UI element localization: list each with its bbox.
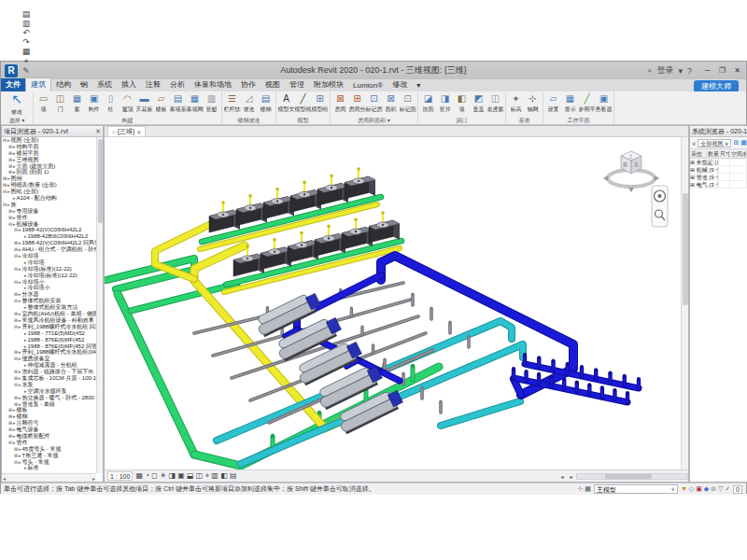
ribbon-button-4-2[interactable]: ⊡标记房间 xyxy=(366,92,382,114)
view-control-icons[interactable]: ▦ ◔ ◻ ☀ ◨ ▣ ⬓ ◫ ⌖ ▥ ◧ ▤ xyxy=(135,471,236,481)
project-browser-scrollbar[interactable] xyxy=(96,137,103,473)
system-browser-header[interactable]: 系统浏览器 - 020-1.rvt ✕ xyxy=(690,126,747,137)
signin-label[interactable]: 登录 xyxy=(656,64,673,77)
close-icon[interactable]: ✕ xyxy=(95,128,101,135)
tree-item[interactable]: ⊞▸泡利器 - 链路接合 - 下层下出 xyxy=(2,369,96,375)
restore-button[interactable]: ❐ xyxy=(715,64,729,77)
workset-icons[interactable]: ⊹ ▦ xyxy=(577,485,590,493)
ribbon-button-1-9[interactable]: ▦幕墙网格 xyxy=(187,92,203,114)
ribbon-button-5-3[interactable]: ◩垂直 xyxy=(471,92,486,114)
tree-item[interactable]: ⊞▸AHU - 组合式 - 空调机组 - 卧式 - 轴流 - 2000 - 10 xyxy=(2,246,96,253)
ribbon-button-1-7[interactable]: ▱楼板 xyxy=(153,92,169,114)
sb-row[interactable]: ⊞ 电气 (3 个系统) xyxy=(690,181,747,189)
tree-item[interactable]: ⊞▸管道泵 - 单级 xyxy=(2,401,96,408)
tree-item[interactable]: ⊞▸管件 xyxy=(2,215,96,221)
ribbon-button-1-5[interactable]: ◠屋顶 xyxy=(120,92,135,114)
canvas-vscrollbar[interactable] xyxy=(681,137,688,469)
ribbon-button-1-8[interactable]: ▤幕墙系统 xyxy=(170,92,186,114)
close-button[interactable]: ✕ xyxy=(730,64,744,77)
ribbon-button-4-1[interactable]: ⊞房间分隔 xyxy=(349,92,365,114)
ribbon-button-0-0[interactable]: ↖修改 xyxy=(3,92,31,117)
tree-item[interactable]: ▸1988 - 876E(6)MF(452 xyxy=(2,337,96,343)
tree-item[interactable]: ⊟▸弯头 - 常规 xyxy=(2,459,96,466)
ribbon-button-3-1[interactable]: ╱模型线 xyxy=(295,92,311,114)
ribbon-button-6-1[interactable]: ⊹轴网 xyxy=(525,92,541,114)
close-icon[interactable]: ✕ xyxy=(136,129,141,135)
sb-column-2[interactable]: 尺寸 xyxy=(719,149,730,158)
tree-item[interactable]: ⊞▸专用设备 xyxy=(2,208,96,215)
tree-item[interactable]: ⊞▸电缆桥架配件 xyxy=(2,433,96,440)
ribbon-button-5-2[interactable]: ◧墙 xyxy=(454,92,470,114)
tree-item[interactable]: ⊞▸剖面 (剖面 1) xyxy=(2,169,96,175)
autofit-icon[interactable]: ⊞ xyxy=(733,139,739,147)
ribbon-tab-7[interactable]: 分析 xyxy=(165,78,190,91)
tree-item[interactable]: ⊟▸冷却塔 xyxy=(2,253,96,259)
ribbon-tab-0[interactable]: 文件 xyxy=(1,78,25,91)
tree-item[interactable]: ⊟▸1988-42(V)C09\6H42L2 xyxy=(2,227,96,233)
tree-item[interactable]: ⊟▸视图 (全部) xyxy=(2,137,96,144)
tree-item[interactable]: ▸1988 - 771E(5)MD(452 xyxy=(2,330,96,337)
tree-item[interactable]: ▸标准 xyxy=(2,465,96,471)
tree-item[interactable]: ⊞▸45度弯头 - 常规 xyxy=(2,446,96,453)
ribbon-button-5-0[interactable]: ◪按面 xyxy=(420,92,436,114)
tree-item[interactable]: ⊟▸机械设备 xyxy=(2,221,96,228)
ribbon-button-1-10[interactable]: ▥竖梃 xyxy=(204,92,219,114)
ribbon-button-7-3[interactable]: ▣查看器 xyxy=(596,92,612,114)
project-browser-hscrollbar[interactable]: ◂▸ xyxy=(2,473,96,482)
sb-column-1[interactable]: 数量 xyxy=(707,149,719,158)
ribbon-button-4-4[interactable]: ⊡标记面积 xyxy=(400,92,416,114)
sb-column-0[interactable]: 系统 xyxy=(690,149,707,158)
ribbon-button-1-1[interactable]: ◫门 xyxy=(52,92,68,114)
tree-item[interactable]: ⊟▸族 xyxy=(2,202,96,208)
ribbon-tab-13[interactable]: Lumion® xyxy=(348,80,388,91)
ribbon-tab-5[interactable]: 插入 xyxy=(117,78,141,91)
ribbon-button-1-3[interactable]: ▣构件 xyxy=(86,92,102,114)
tree-item[interactable]: ⊞▸热交换器 - 暖气 - 卧式 - 2800 - 14000 kW xyxy=(2,395,96,401)
ribbon-tab-10[interactable]: 视图 xyxy=(261,78,285,91)
tree-item[interactable]: ▸冷却塔(标准)(12-22) xyxy=(2,273,96,279)
tree-item[interactable]: ⊞▸三维视图 xyxy=(2,157,96,163)
view-filter-dropdown[interactable]: 全部视图 ∨ xyxy=(698,139,731,147)
sb-column-3[interactable]: 空间名称 xyxy=(730,149,747,158)
ribbon-button-2-0[interactable]: ☰栏杆扶手 xyxy=(224,92,240,114)
ribbon-button-7-1[interactable]: ▦显示 xyxy=(562,92,578,114)
tree-item[interactable]: ▸整体式机组安装方法 xyxy=(2,304,96,311)
revit-logo-icon[interactable]: R xyxy=(5,64,18,77)
ribbon-button-6-0[interactable]: ⌖标高 xyxy=(508,92,524,114)
ribbon-button-5-1[interactable]: ◨竖井 xyxy=(437,92,453,114)
tree-item[interactable]: ⊞▸常规风冷机组设备 - 科勒效果 - 远程模式 xyxy=(2,317,96,324)
ribbon-button-1-0[interactable]: ▭墙 xyxy=(35,92,51,114)
tree-item[interactable]: ▸冷却塔小 xyxy=(2,285,96,291)
search-icon[interactable]: ⌕ xyxy=(647,65,652,76)
ribbon-tab-2[interactable]: 结构 xyxy=(51,78,76,91)
ribbon-button-7-0[interactable]: ▱设置 xyxy=(545,92,561,114)
scroll-right-icon[interactable]: ▸ xyxy=(567,473,576,480)
tree-item[interactable]: ▸冷却塔 xyxy=(2,259,96,266)
ribbon-button-2-1[interactable]: ◿坡道 xyxy=(241,92,257,114)
ribbon-tab-4[interactable]: 系统 xyxy=(92,78,117,91)
ribbon-tab-9[interactable]: 协作 xyxy=(236,78,261,91)
ribbon-button-3-2[interactable]: ⊞模型组 xyxy=(312,92,328,114)
tree-item[interactable]: ⊟▸图纸 (全部) xyxy=(2,189,96,195)
tree-item[interactable]: ▸空调冷水循环泵 xyxy=(2,388,96,395)
tree-item[interactable]: ⊞▸T形三通 - 常规 xyxy=(2,453,96,459)
hscroll-thumb[interactable] xyxy=(605,474,652,479)
design-option-dropdown[interactable]: 主模型∨ xyxy=(594,484,678,494)
tree-item[interactable]: ⊞▸集成芯板 - 10CM 片原 - 100-175-CN xyxy=(2,375,96,382)
tree-item[interactable]: ⊞▸电气设备 xyxy=(2,427,96,433)
model-3d-view[interactable]: 上前左 xyxy=(105,137,683,471)
ribbon-button-4-0[interactable]: ⊠房间 xyxy=(332,92,348,114)
chevron-down-icon[interactable]: ∨ xyxy=(692,140,696,147)
sb-row[interactable]: ⊞ 管道 (9 个系统) xyxy=(690,174,747,181)
tree-item[interactable]: ⊞▸楼层平面 xyxy=(2,150,96,157)
project-browser-header[interactable]: 项目浏览器 - 020-1.rvt ✕ xyxy=(2,126,103,137)
tree-item[interactable]: ⊞▸室内机(AHU)机组 - 单相 - 侧面进水接口带毛细 xyxy=(2,311,96,317)
ribbon-tab-15[interactable]: ▾ xyxy=(412,80,425,91)
signin-caret-icon[interactable]: ▾ xyxy=(678,66,683,76)
tree-item[interactable]: ⊟▸开利_1988螺杆式冷水机组 回风管 xyxy=(2,324,96,330)
ribbon-button-1-4[interactable]: ▯柱 xyxy=(103,92,119,114)
ribbon-button-2-2[interactable]: ▤楼梯 xyxy=(258,92,274,114)
scale-button[interactable]: 1 : 100 xyxy=(107,471,133,481)
columns-icon[interactable]: ▦ xyxy=(740,139,747,147)
ribbon-button-1-2[interactable]: ▦窗 xyxy=(69,92,85,114)
